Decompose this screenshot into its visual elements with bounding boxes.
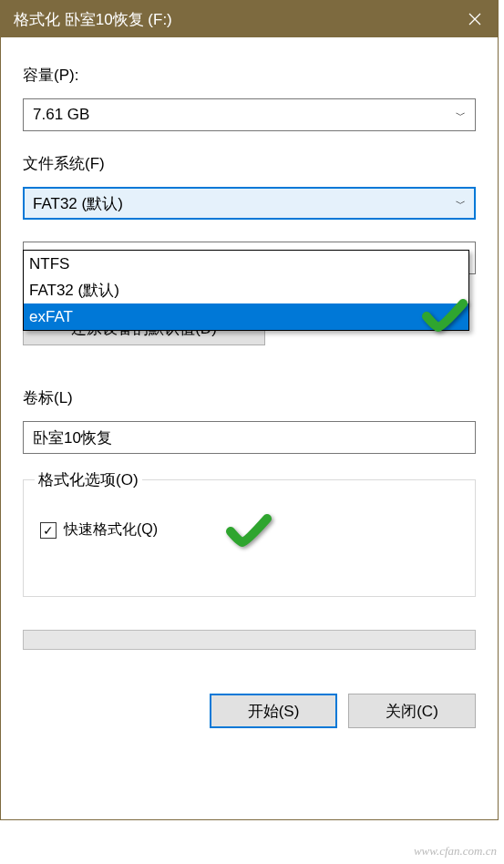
- capacity-value: 7.61 GB: [33, 106, 89, 124]
- checkmark-icon: [226, 513, 272, 550]
- title-bar: 格式化 卧室10恢复 (F:): [1, 1, 498, 37]
- close-button[interactable]: 关闭(C): [348, 694, 476, 728]
- filesystem-dropdown: NTFS FAT32 (默认) exFAT: [23, 250, 469, 331]
- capacity-select[interactable]: 7.61 GB ﹀: [23, 98, 476, 131]
- capacity-label: 容量(P):: [23, 65, 476, 86]
- dropdown-item-fat32[interactable]: FAT32 (默认): [24, 277, 468, 303]
- dropdown-item-exfat[interactable]: exFAT: [24, 303, 468, 330]
- filesystem-value: FAT32 (默认): [33, 193, 123, 214]
- format-options-legend: 格式化选项(O): [35, 469, 142, 490]
- check-icon: ✓: [43, 524, 54, 537]
- format-options-group: 格式化选项(O) ✓ 快速格式化(Q): [23, 479, 476, 597]
- volume-label-value: 卧室10恢复: [33, 427, 112, 448]
- filesystem-label: 文件系统(F): [23, 153, 476, 174]
- window-title: 格式化 卧室10恢复 (F:): [14, 9, 452, 30]
- volume-label-input[interactable]: 卧室10恢复: [23, 421, 476, 454]
- quick-format-checkbox[interactable]: ✓: [40, 522, 57, 539]
- chevron-down-icon: ﹀: [456, 108, 466, 122]
- quick-format-label: 快速格式化(Q): [64, 520, 158, 540]
- close-button[interactable]: [452, 1, 498, 37]
- progress-bar: [23, 630, 476, 650]
- checkmark-icon: [422, 298, 468, 334]
- filesystem-select[interactable]: FAT32 (默认) ﹀: [23, 187, 476, 220]
- watermark: www.cfan.com.cn: [414, 844, 497, 859]
- close-icon: [468, 13, 481, 26]
- volume-label-label: 卷标(L): [23, 387, 476, 408]
- dropdown-item-ntfs[interactable]: NTFS: [24, 251, 468, 277]
- chevron-down-icon: ﹀: [456, 197, 466, 211]
- start-button[interactable]: 开始(S): [210, 694, 337, 728]
